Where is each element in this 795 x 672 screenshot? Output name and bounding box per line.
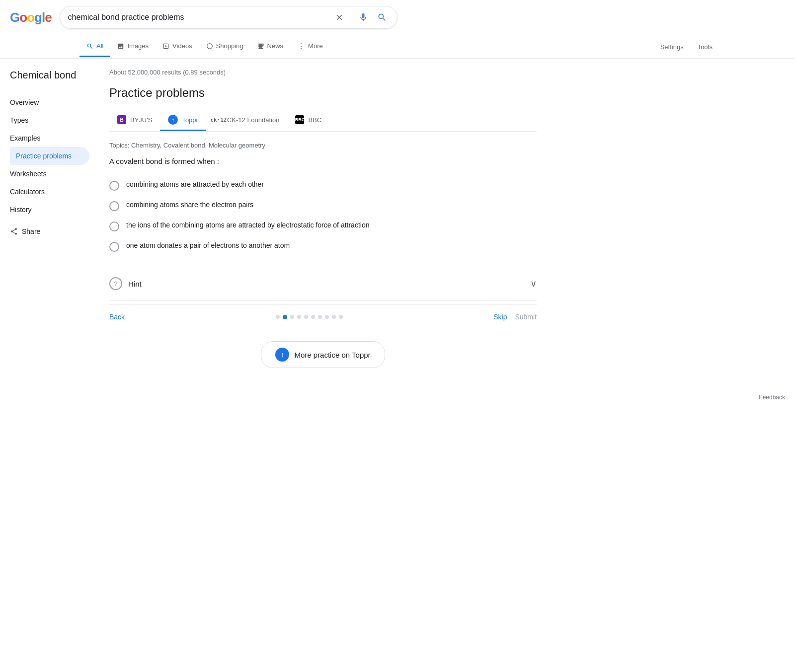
- dot-2: [290, 315, 294, 319]
- share-icon: [10, 227, 18, 235]
- tab-images-label: Images: [127, 42, 149, 50]
- search-bar: [60, 6, 398, 29]
- feedback-link[interactable]: Feedback: [759, 394, 785, 401]
- search-input[interactable]: [68, 13, 329, 22]
- tab-all[interactable]: All: [80, 36, 110, 57]
- tab-videos[interactable]: Videos: [156, 36, 199, 57]
- dot-5: [311, 315, 315, 319]
- option-c[interactable]: the ions of the combining atoms are attr…: [109, 216, 537, 236]
- bbc-label: BBC: [308, 116, 321, 124]
- sidebar-item-calculators[interactable]: Calculators: [10, 183, 89, 201]
- ck12-icon: ck·12: [214, 115, 223, 124]
- byjus-icon: B: [117, 115, 126, 124]
- settings-button[interactable]: Settings: [657, 37, 687, 57]
- section-title: Practice problems: [109, 86, 537, 100]
- tab-more-label: More: [308, 42, 323, 50]
- hint-icon: ?: [109, 277, 122, 290]
- option-b[interactable]: combining atoms share the electron pairs: [109, 196, 537, 216]
- feedback-row: Feedback: [0, 390, 795, 405]
- google-logo[interactable]: Google: [10, 10, 52, 25]
- toppr-circle-icon: ↑: [275, 348, 289, 362]
- clear-button[interactable]: [333, 11, 346, 24]
- sidebar-item-practice[interactable]: Practice problems: [10, 147, 89, 165]
- radio-d[interactable]: [109, 242, 119, 252]
- sidebar-item-history[interactable]: History: [10, 201, 89, 219]
- mic-icon: [358, 12, 368, 22]
- tab-news[interactable]: News: [250, 36, 291, 57]
- dot-1: [283, 315, 287, 319]
- tab-images[interactable]: Images: [110, 36, 156, 57]
- share-button[interactable]: Share: [10, 223, 89, 240]
- tools-button[interactable]: Tools: [695, 37, 716, 57]
- source-tab-ck12[interactable]: ck·12 CK-12 Foundation: [206, 110, 288, 131]
- tab-videos-label: Videos: [172, 42, 192, 50]
- source-tab-toppr[interactable]: ↑ Toppr: [160, 110, 206, 131]
- hint-left: ? Hint: [109, 277, 142, 290]
- videos-icon: [162, 43, 169, 50]
- sidebar: Chemical bond Overview Types Examples Pr…: [10, 69, 99, 380]
- search-button[interactable]: [375, 10, 389, 24]
- tab-all-label: All: [96, 42, 103, 50]
- content: About 52,000,000 results (0.89 seconds) …: [99, 69, 547, 380]
- nav-right: Settings Tools: [657, 37, 716, 57]
- images-icon: [117, 43, 124, 50]
- radio-a[interactable]: [109, 181, 119, 191]
- radio-c[interactable]: [109, 222, 119, 231]
- ck12-label: CK-12 Foundation: [227, 116, 280, 124]
- options-list: combining atoms are attracted by each ot…: [109, 175, 537, 257]
- sidebar-item-examples[interactable]: Examples: [10, 129, 89, 147]
- dot-9: [339, 315, 343, 319]
- logo-g1: G: [10, 10, 19, 25]
- hint-text: Hint: [128, 280, 142, 288]
- source-tab-byjus[interactable]: B BYJU'S: [109, 110, 160, 131]
- source-tabs: B BYJU'S ↑ Toppr ck·12 CK-12 Foundation …: [109, 110, 537, 132]
- dot-0: [276, 315, 280, 319]
- dot-6: [318, 315, 322, 319]
- divider-vertical: [351, 11, 351, 23]
- main-layout: Chemical bond Overview Types Examples Pr…: [0, 59, 795, 390]
- skip-button[interactable]: Skip: [493, 313, 507, 321]
- option-a-text: combining atoms are attracted by each ot…: [126, 180, 264, 188]
- sidebar-title: Chemical bond: [10, 69, 89, 81]
- tab-shopping[interactable]: Shopping: [199, 36, 250, 57]
- logo-o1: o: [19, 10, 27, 25]
- option-a[interactable]: combining atoms are attracted by each ot…: [109, 175, 537, 196]
- search-icon: [377, 12, 387, 22]
- submit-button: Submit: [515, 313, 537, 321]
- option-d[interactable]: one atom donates a pair of electrons to …: [109, 236, 537, 257]
- news-icon: [257, 43, 264, 50]
- divider-bottom: [109, 329, 537, 329]
- results-count: About 52,000,000 results (0.89 seconds): [109, 69, 537, 76]
- search-bar-icons: [333, 10, 389, 24]
- topics: Topics: Chemistry, Covalent bond, Molecu…: [109, 142, 537, 149]
- sidebar-item-worksheets[interactable]: Worksheets: [10, 165, 89, 183]
- option-b-text: combining atoms share the electron pairs: [126, 201, 253, 209]
- pagination-dots: [125, 315, 493, 319]
- option-d-text: one atom donates a pair of electrons to …: [126, 241, 290, 249]
- nav-tabs: All Images Videos Shopping News ⋮ More S…: [0, 35, 795, 59]
- question-text: A covalent bond is formed when :: [109, 157, 537, 165]
- byjus-label: BYJU'S: [130, 116, 152, 124]
- bbc-icon: BBC: [295, 115, 304, 124]
- sidebar-item-types[interactable]: Types: [10, 111, 89, 129]
- divider-hint: [109, 267, 537, 267]
- mic-button[interactable]: [356, 10, 370, 24]
- toppr-icon: ↑: [168, 115, 178, 125]
- more-practice-button[interactable]: ↑ More practice on Toppr: [261, 341, 385, 368]
- back-button[interactable]: Back: [109, 313, 125, 321]
- tab-shopping-label: Shopping: [216, 42, 243, 50]
- logo-o2: o: [27, 10, 34, 25]
- all-icon: [86, 43, 93, 50]
- divider-nav: [109, 300, 537, 300]
- sidebar-item-overview[interactable]: Overview: [10, 93, 89, 111]
- radio-b[interactable]: [109, 201, 119, 211]
- hint-row[interactable]: ? Hint ∨: [109, 271, 537, 296]
- logo-g2: g: [34, 10, 42, 25]
- source-tab-bbc[interactable]: BBC BBC: [287, 110, 329, 131]
- nav-row: Back Skip Submit: [109, 304, 537, 329]
- logo-e: e: [45, 10, 51, 25]
- dot-3: [297, 315, 301, 319]
- tab-more[interactable]: ⋮ More: [290, 35, 330, 58]
- header: Google: [0, 0, 795, 35]
- dot-4: [304, 315, 308, 319]
